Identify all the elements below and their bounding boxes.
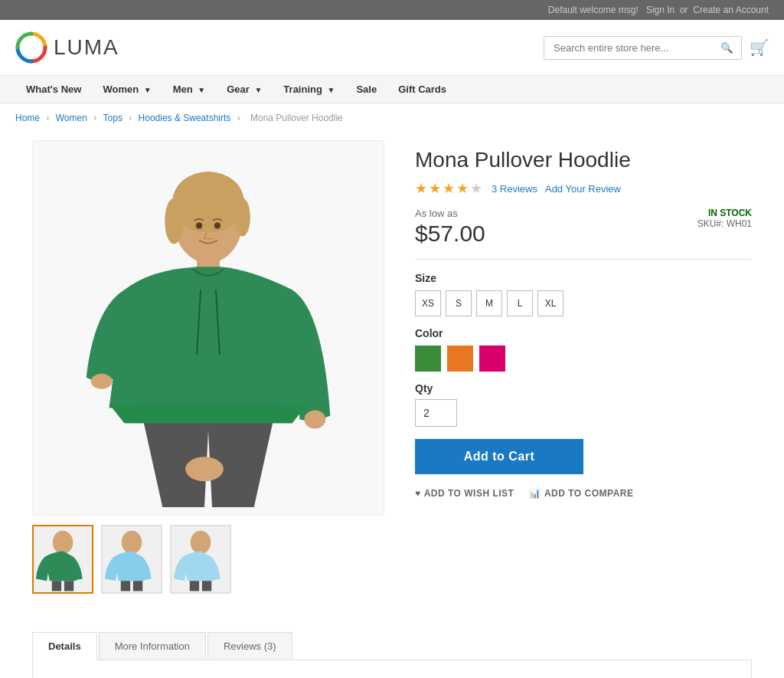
header-right: 🔍 🛒 <box>544 36 769 60</box>
svg-rect-22 <box>121 581 130 591</box>
main-product-image[interactable] <box>32 140 384 516</box>
sign-in-link[interactable]: Sign In <box>646 5 675 15</box>
rating-row: ★★★★★ 3 Reviews Add Your Review <box>415 180 752 197</box>
add-to-compare-link[interactable]: 📊 ADD TO COMPARE <box>529 488 633 499</box>
nav-item-men[interactable]: Men ▼ <box>162 76 217 103</box>
tabs-nav: Details More Information Reviews (3) <box>32 632 752 660</box>
review-count[interactable]: 3 Reviews <box>492 183 537 195</box>
thumbnail-1[interactable] <box>32 525 93 594</box>
wishlist-compare: ♥ ADD TO WISH LIST 📊 ADD TO COMPARE <box>415 488 752 499</box>
svg-point-5 <box>235 198 250 237</box>
qty-input[interactable] <box>415 399 457 427</box>
stock-block: IN STOCK SKU#: WH01 <box>697 208 752 229</box>
svg-rect-18 <box>52 581 61 591</box>
product-info: Mona Pullover Hoodlie ★★★★★ 3 Reviews Ad… <box>415 140 752 594</box>
qty-label: Qty <box>415 382 752 395</box>
svg-rect-27 <box>202 581 211 591</box>
thumbnail-3[interactable] <box>170 525 231 594</box>
nav-item-training[interactable]: Training ▼ <box>273 76 345 103</box>
breadcrumb-separator: › <box>93 113 99 123</box>
search-button[interactable]: 🔍 <box>713 37 741 59</box>
chevron-down-icon: ▼ <box>144 86 152 94</box>
size-label: Size <box>415 272 752 284</box>
svg-point-17 <box>53 531 74 554</box>
add-to-wishlist-link[interactable]: ♥ ADD TO WISH LIST <box>415 488 514 499</box>
chevron-down-icon: ▼ <box>328 86 335 94</box>
color-options <box>415 346 752 372</box>
wishlist-label: ADD TO WISH LIST <box>424 488 514 499</box>
sku-value: WH01 <box>727 218 752 229</box>
svg-point-21 <box>122 531 142 554</box>
product-price: $57.00 <box>415 221 485 247</box>
price-block: As low as $57.00 <box>415 208 485 247</box>
color-magenta[interactable] <box>479 346 505 372</box>
logo-text: LUMA <box>54 35 119 60</box>
search-input[interactable] <box>544 37 713 59</box>
search-box: 🔍 <box>544 36 742 60</box>
tab-content-details: Whether you're after energizing activity… <box>32 660 752 678</box>
svg-point-14 <box>196 223 202 229</box>
welcome-message: Default welcome msg! <box>548 5 639 15</box>
compare-label: ADD TO COMPARE <box>544 488 634 499</box>
svg-point-9 <box>91 374 113 389</box>
size-l[interactable]: L <box>507 290 533 316</box>
svg-point-25 <box>191 531 211 554</box>
size-options: XS S M L XL <box>415 290 752 316</box>
breadcrumb-separator: › <box>129 113 134 123</box>
breadcrumb-separator: › <box>237 113 243 123</box>
color-label: Color <box>415 327 752 339</box>
product-image-svg <box>33 141 384 515</box>
sku-label: SKU#: <box>697 218 724 229</box>
svg-point-4 <box>165 198 183 244</box>
size-m[interactable]: M <box>476 290 502 316</box>
tab-details[interactable]: Details <box>32 632 97 660</box>
breadcrumb-tops[interactable]: Tops <box>103 113 122 123</box>
breadcrumb-women[interactable]: Women <box>56 113 87 123</box>
star-rating: ★★★★★ <box>415 180 484 197</box>
svg-point-10 <box>304 411 325 429</box>
tab-reviews[interactable]: Reviews (3) <box>207 632 292 660</box>
breadcrumb-home[interactable]: Home <box>15 113 40 123</box>
thumbnail-2[interactable] <box>101 525 162 594</box>
tab-more-info[interactable]: More Information <box>99 632 206 660</box>
create-account-link[interactable]: Create an Account <box>693 5 769 15</box>
header: LUMA 🔍 🛒 <box>0 20 784 76</box>
svg-rect-19 <box>64 581 74 591</box>
compare-icon: 📊 <box>529 488 541 499</box>
nav-item-gift-cards[interactable]: Gift Cards <box>387 76 457 103</box>
color-green[interactable] <box>415 346 441 372</box>
svg-rect-26 <box>190 581 199 591</box>
nav-item-women[interactable]: Women ▼ <box>92 76 162 103</box>
sku: SKU#: WH01 <box>697 218 752 229</box>
cart-icon[interactable]: 🛒 <box>750 38 769 57</box>
main-nav: What's New Women ▼ Men ▼ Gear ▼ Training… <box>0 76 784 103</box>
size-xs[interactable]: XS <box>415 290 441 316</box>
add-to-cart-button[interactable]: Add to Cart <box>415 439 583 474</box>
svg-point-15 <box>214 223 220 229</box>
heart-icon: ♥ <box>415 488 421 499</box>
size-xl[interactable]: XL <box>537 290 564 316</box>
price-row: As low as $57.00 IN STOCK SKU#: WH01 <box>415 208 752 260</box>
chevron-down-icon: ▼ <box>198 86 205 94</box>
logo-icon <box>15 31 47 64</box>
thumbnail-list <box>32 525 384 594</box>
tabs-section: Details More Information Reviews (3) Whe… <box>17 632 767 678</box>
nav-item-gear[interactable]: Gear ▼ <box>216 76 273 103</box>
nav-item-whats-new[interactable]: What's New <box>15 76 92 103</box>
color-orange[interactable] <box>447 346 473 372</box>
svg-point-3 <box>172 172 244 233</box>
product-title: Mona Pullover Hoodlie <box>415 148 752 172</box>
size-s[interactable]: S <box>446 290 472 316</box>
logo[interactable]: LUMA <box>15 31 119 64</box>
breadcrumb-current: Mona Pullover Hoodlie <box>250 113 343 123</box>
add-review-link[interactable]: Add Your Review <box>545 183 621 195</box>
as-low-as-label: As low as <box>415 208 485 219</box>
svg-point-11 <box>185 457 224 481</box>
top-bar: Default welcome msg! Sign In or Create a… <box>0 0 784 20</box>
breadcrumb-separator: › <box>46 113 51 123</box>
chevron-down-icon: ▼ <box>254 86 262 94</box>
nav-item-sale[interactable]: Sale <box>345 76 387 103</box>
product-images <box>32 140 384 594</box>
breadcrumb-hoodies[interactable]: Hoodies & Sweatshirts <box>139 113 231 123</box>
stock-status: IN STOCK <box>697 208 752 218</box>
